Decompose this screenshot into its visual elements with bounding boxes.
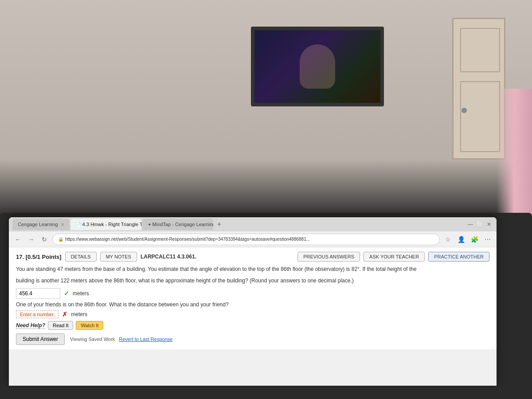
tab-bar: Cengage Learning ✕ 📄 4.3 Hmwk - Right Tr…: [9, 217, 497, 231]
help-row: Need Help? Read It Watch It: [16, 321, 489, 330]
laptop-keyboard: [0, 387, 532, 399]
question-text-line2: building is another 122 meters above the…: [16, 277, 489, 285]
profile-button[interactable]: 👤: [456, 234, 466, 245]
answer1-row: ✓ meters: [16, 288, 489, 299]
answer2-unit: meters: [71, 311, 87, 317]
tv-container: [251, 27, 402, 106]
new-tab-button[interactable]: +: [214, 219, 225, 230]
restore-button[interactable]: ⬜: [477, 221, 483, 227]
enter-number-label: Enter a number.: [16, 310, 59, 318]
tv-screen-content: [254, 30, 380, 103]
laptop-base: Cengage Learning ✕ 📄 4.3 Hmwk - Right Tr…: [0, 213, 532, 399]
more-button[interactable]: ⋯: [482, 234, 493, 245]
lock-icon: 🔒: [58, 237, 63, 242]
question-text-line1: You are standing 47 meters from the base…: [16, 265, 489, 273]
revert-link[interactable]: Revert to Last Response: [119, 336, 172, 342]
door-panel-top: [460, 28, 500, 72]
refresh-button[interactable]: ↻: [39, 234, 50, 245]
watch-it-button[interactable]: Watch It: [76, 321, 103, 330]
page-content: 17. [0.5/1 Points] DETAILS MY NOTES LARP…: [9, 247, 497, 349]
ask-teacher-button[interactable]: ASK YOUR TEACHER: [364, 252, 425, 262]
practice-another-button[interactable]: PRACTICE ANOTHER: [428, 252, 489, 262]
tv-screen: [251, 27, 384, 106]
my-notes-button[interactable]: MY NOTES: [100, 252, 137, 262]
browser-window: Cengage Learning ✕ 📄 4.3 Hmwk - Right Tr…: [9, 217, 497, 386]
address-bar[interactable]: 🔒 https://www.webassign.net/web/Student/…: [52, 234, 440, 245]
tv-figure: [300, 44, 335, 89]
details-button[interactable]: DETAILS: [65, 252, 97, 262]
previous-answers-button[interactable]: PREVIOUS ANSWERS: [297, 252, 360, 262]
extensions-button[interactable]: 🧩: [469, 234, 480, 245]
minimize-button[interactable]: —: [468, 221, 473, 227]
need-help-label: Need Help?: [16, 322, 45, 329]
back-button[interactable]: ←: [12, 234, 23, 245]
question-header: 17. [0.5/1 Points] DETAILS MY NOTES LARP…: [16, 252, 489, 262]
assignment-label: LARPCALC11 4.3.061.: [141, 254, 196, 260]
bottom-row: Submit Answer Viewing Saved Work Revert …: [16, 333, 489, 345]
answer2-row: Enter a number. ✗ meters: [16, 310, 489, 318]
tab-cengage[interactable]: Cengage Learning ✕: [12, 219, 70, 230]
answer1-input[interactable]: [16, 288, 60, 299]
tab-hmwk[interactable]: 📄 4.3 Hmwk - Right Triangle Trigo ✕: [70, 219, 141, 230]
answer2-incorrect-icon: ✗: [62, 311, 67, 318]
tab-close-cengage[interactable]: ✕: [61, 222, 64, 227]
read-it-button[interactable]: Read It: [48, 321, 73, 330]
close-window-button[interactable]: ✕: [487, 221, 491, 227]
submit-answer-button[interactable]: Submit Answer: [16, 333, 65, 345]
forward-button[interactable]: →: [26, 234, 36, 245]
bookmark-button[interactable]: ☆: [442, 234, 453, 245]
door-panel-bottom: [460, 81, 500, 152]
address-bar-row: ← → ↻ 🔒 https://www.webassign.net/web/St…: [9, 231, 497, 247]
friend-question-row: One of your friends is on the 86th floor…: [16, 301, 489, 308]
answer1-correct-icon: ✓: [64, 290, 69, 297]
url-text: https://www.webassign.net/web/Student/As…: [65, 237, 310, 242]
door-knob: [462, 108, 467, 113]
question-number: 17. [0.5/1 Points]: [16, 254, 62, 260]
viewing-text: Viewing Saved Work Revert to Last Respon…: [70, 336, 172, 342]
answer1-unit: meters: [73, 290, 89, 297]
tab-mindtap[interactable]: ✦ MindTap - Cengage Learning ✕: [142, 219, 213, 230]
friend-question-text: One of your friends is on the 86th floor…: [16, 301, 229, 308]
